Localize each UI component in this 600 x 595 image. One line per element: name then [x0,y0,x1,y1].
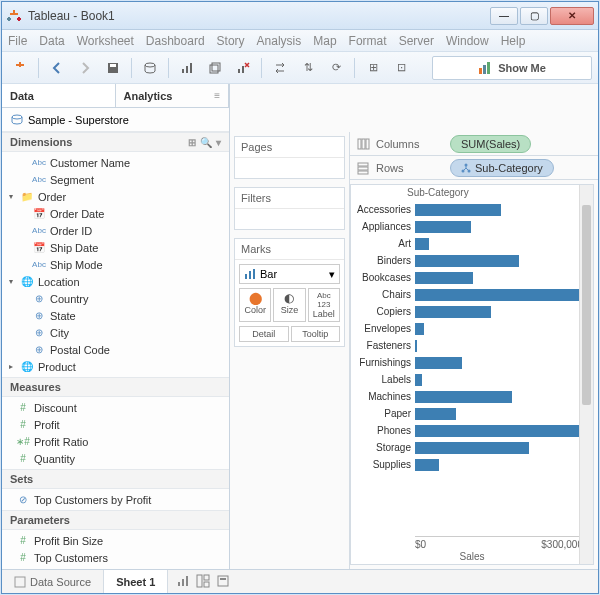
bar-row[interactable]: Copiers [351,303,593,320]
param-profit-bin-size[interactable]: #Profit Bin Size [2,532,229,549]
field-segment[interactable]: AbcSegment [2,171,229,188]
bar-fill[interactable] [415,442,529,454]
field-state[interactable]: ⊕State [2,307,229,324]
save-button[interactable] [101,56,125,80]
folder-product[interactable]: ▸🌐Product [2,358,229,375]
bar-row[interactable]: Fasteners [351,337,593,354]
minimize-button[interactable]: — [490,7,518,25]
field-ship-mode[interactable]: AbcShip Mode [2,256,229,273]
detail-button[interactable]: Detail [239,326,289,342]
bar-row[interactable]: Paper [351,405,593,422]
bar-fill[interactable] [415,459,439,471]
bar-fill[interactable] [415,255,519,267]
field-postal-code[interactable]: ⊕Postal Code [2,341,229,358]
new-worksheet-button[interactable] [175,56,199,80]
bar-row[interactable]: Phones [351,422,593,439]
menu-server[interactable]: Server [399,34,434,48]
back-button[interactable] [45,56,69,80]
rows-pill-sub-category[interactable]: Sub-Category [450,159,554,177]
bar-fill[interactable] [415,204,501,216]
menu-window[interactable]: Window [446,34,489,48]
menu-analysis[interactable]: Analysis [257,34,302,48]
bar-row[interactable]: Accessories [351,201,593,218]
menu-worksheet[interactable]: Worksheet [77,34,134,48]
new-worksheet-tab-button[interactable] [176,574,190,590]
bar-fill[interactable] [415,221,471,233]
maximize-button[interactable]: ▢ [520,7,548,25]
field-profit[interactable]: #Profit [2,416,229,433]
mark-type-select[interactable]: Bar ▾ [239,264,340,284]
folder-order[interactable]: ▾📁Order [2,188,229,205]
bar-fill[interactable] [415,425,583,437]
tableau-icon[interactable] [8,56,32,80]
bar-row[interactable]: Bookcases [351,269,593,286]
sort-asc-button[interactable]: ⇅ [296,56,320,80]
new-dashboard-tab-button[interactable] [196,574,210,590]
bar-row[interactable]: Labels [351,371,593,388]
new-datasource-button[interactable] [138,56,162,80]
field-order-id[interactable]: AbcOrder ID [2,222,229,239]
bar-fill[interactable] [415,323,424,335]
field-profit-ratio[interactable]: ∗#Profit Ratio [2,433,229,450]
bar-row[interactable]: Furnishings [351,354,593,371]
field-quantity[interactable]: #Quantity [2,450,229,467]
scrollbar-thumb[interactable] [582,205,591,405]
bar-row[interactable]: Binders [351,252,593,269]
menu-file[interactable]: File [8,34,27,48]
field-city[interactable]: ⊕City [2,324,229,341]
field-customer-name[interactable]: AbcCustomer Name [2,154,229,171]
menu-help[interactable]: Help [501,34,526,48]
visualization[interactable]: Sub-Category AccessoriesAppliancesArtBin… [350,184,594,565]
forward-button[interactable] [73,56,97,80]
menu-dashboard[interactable]: Dashboard [146,34,205,48]
bar-fill[interactable] [415,391,512,403]
menu-format[interactable]: Format [349,34,387,48]
bar-fill[interactable] [415,289,583,301]
tab-analytics[interactable]: Analytics≡ [116,84,230,107]
bar-fill[interactable] [415,408,456,420]
columns-shelf[interactable]: Columns SUM(Sales) [350,132,598,156]
bar-fill[interactable] [415,238,429,250]
bar-row[interactable]: Storage [351,439,593,456]
refresh-button[interactable]: ⟳ [324,56,348,80]
color-button[interactable]: ⬤Color [239,288,271,322]
duplicate-button[interactable] [203,56,227,80]
field-ship-date[interactable]: 📅Ship Date [2,239,229,256]
bar-fill[interactable] [415,357,462,369]
field-country[interactable]: ⊕Country [2,290,229,307]
dimensions-menu-icon[interactable]: ▾ [216,137,221,148]
filters-card[interactable]: Filters [234,187,345,230]
dimensions-filter-icon[interactable]: ⊞ [188,137,196,148]
pages-card[interactable]: Pages [234,136,345,179]
fit-button[interactable]: ⊡ [389,56,413,80]
bar-row[interactable]: Art [351,235,593,252]
bar-row[interactable]: Machines [351,388,593,405]
new-story-tab-button[interactable] [216,574,230,590]
datasource-item[interactable]: Sample - Superstore [2,108,229,132]
bar-fill[interactable] [415,374,422,386]
set-top-customers-profit[interactable]: ⊘Top Customers by Profit [2,491,229,508]
show-me-button[interactable]: Show Me [432,56,592,80]
tooltip-button[interactable]: Tooltip [291,326,341,342]
rows-shelf[interactable]: Rows Sub-Category [350,156,598,180]
tab-data[interactable]: Data [2,84,116,107]
label-button[interactable]: Abc123Label [308,288,340,322]
swap-button[interactable] [268,56,292,80]
bar-fill[interactable] [415,272,473,284]
bar-fill[interactable] [415,306,491,318]
menu-map[interactable]: Map [313,34,336,48]
menu-data[interactable]: Data [39,34,64,48]
bar-row[interactable]: Chairs [351,286,593,303]
group-button[interactable]: ⊞ [361,56,385,80]
tab-datasource[interactable]: Data Source [2,570,104,593]
bar-row[interactable]: Supplies [351,456,593,473]
menu-story[interactable]: Story [217,34,245,48]
field-discount[interactable]: #Discount [2,399,229,416]
bar-row[interactable]: Appliances [351,218,593,235]
bar-row[interactable]: Envelopes [351,320,593,337]
field-order-date[interactable]: 📅Order Date [2,205,229,222]
tab-sheet1[interactable]: Sheet 1 [104,570,168,593]
close-button[interactable]: ✕ [550,7,594,25]
bar-fill[interactable] [415,340,417,352]
size-button[interactable]: ◐Size [273,288,305,322]
